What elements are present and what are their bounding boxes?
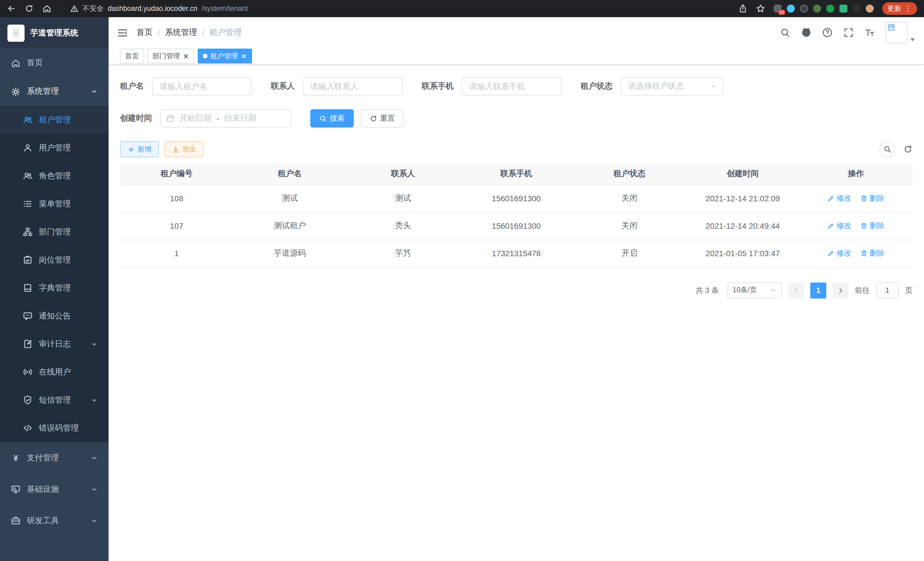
contact-input[interactable] [303,77,403,96]
cell-status: 开启 [573,240,686,267]
cell-mobile: 15601691300 [460,212,573,240]
search-icon[interactable] [780,27,790,38]
sidebar-item-menus[interactable]: 菜单管理 [0,190,109,218]
help-icon[interactable] [822,27,832,38]
sidebar-item-dev-tools[interactable]: 研发工具 [0,505,109,536]
sidebar-item-users[interactable]: 用户管理 [0,134,109,162]
share-icon[interactable] [738,4,747,13]
browser-menu-icon[interactable]: ⋮ [904,6,912,11]
avatar[interactable] [886,22,908,44]
sidebar-item-departments[interactable]: 部门管理 [0,218,109,246]
sidebar-item-home[interactable]: 首页 [0,49,109,77]
close-tab-icon[interactable] [241,53,247,59]
sidebar-item-audit-log[interactable]: 审计日志 [0,330,109,358]
delete-link[interactable]: 删除 [861,221,885,231]
chrome-update-button[interactable]: 更新 ⋮ [882,2,917,15]
filter-row-2: 创建时间 开始日期 - 结束日期 搜索 [120,109,913,128]
address-bar[interactable]: 不安全 dashboard.yudao.iocoder.cn/system/te… [70,4,248,14]
sidebar-collapse-icon[interactable] [117,27,128,38]
sidebar-item-sms[interactable]: 短信管理 [0,386,109,414]
table-header: 租户编号 租户名 联系人 联系手机 租户状态 创建时间 操作 [120,164,913,185]
reset-button[interactable]: 重置 [361,109,404,128]
github-icon[interactable] [801,27,812,38]
fullscreen-icon[interactable] [843,27,854,38]
filter-row-1: 租户名 联系人 联系手机 租户状态 请选择租户状态 [120,77,913,96]
refresh-table-icon[interactable] [903,145,913,154]
delete-link[interactable]: 删除 [861,248,885,259]
extension-icon[interactable] [826,5,834,13]
profile-avatar-icon[interactable] [866,5,874,13]
extension-icon[interactable] [787,5,795,13]
url-host[interactable]: dashboard.yudao.iocoder.cn [108,5,197,13]
rabbit-logo-icon [10,27,22,39]
status-select[interactable]: 请选择租户状态 [621,77,723,96]
breadcrumb-current: 租户管理 [210,27,242,38]
extension-icon[interactable] [853,5,861,13]
top-navbar: 首页 / 系统管理 / 租户管理 [109,17,924,48]
cell-status: 关闭 [573,185,686,212]
date-range-picker[interactable]: 开始日期 - 结束日期 [160,109,291,128]
close-tab-icon[interactable] [183,53,189,59]
extension-icon[interactable] [800,5,808,13]
extension-icon[interactable]: 10 [774,5,782,13]
code-icon [23,423,33,433]
filter-status: 租户状态 请选择租户状态 [580,77,723,96]
back-icon[interactable] [7,4,16,13]
edit-link[interactable]: 修改 [827,221,851,231]
sidebar-item-label: 支付管理 [27,453,59,463]
cell-contact: 秃头 [346,212,460,240]
export-button[interactable]: 导出 [165,141,203,157]
extension-icon[interactable] [813,5,821,13]
monitor-icon [11,484,21,494]
tenant-name-input[interactable] [152,77,252,96]
breadcrumb-system[interactable]: 系统管理 [165,27,197,38]
edit-label: 修改 [837,193,851,204]
col-contact: 联系人 [346,164,460,185]
prev-page-button[interactable] [788,282,804,298]
sidebar-item-label: 字典管理 [39,283,71,293]
goto-page-input[interactable] [876,282,899,298]
page-size-select[interactable]: 10条/页 [728,282,782,298]
audit-doc-icon [23,339,33,349]
sidebar-item-posts[interactable]: 岗位管理 [0,246,109,274]
sidebar-item-roles[interactable]: 角色管理 [0,162,109,190]
add-button[interactable]: 新增 [120,141,159,157]
search-icon [320,115,327,122]
mobile-input[interactable] [462,77,562,96]
bookmark-star-icon[interactable] [756,4,765,13]
sidebar-item-infrastructure[interactable]: 基础设施 [0,474,109,505]
sidebar-item-error-codes[interactable]: 错误码管理 [0,414,109,442]
tenant-table: 租户编号 租户名 联系人 联系手机 租户状态 创建时间 操作 108 测试 [120,164,913,267]
col-mobile: 联系手机 [460,164,573,185]
cell-created: 2021-12-14 20:49:44 [686,212,799,240]
tab-tenant[interactable]: 租户管理 [198,49,252,63]
sidebar-item-dictionary[interactable]: 字典管理 [0,274,109,302]
org-tree-icon [23,227,33,237]
sidebar-item-system[interactable]: 系统管理 [0,77,109,106]
sidebar-item-label: 系统管理 [27,86,59,97]
delete-link[interactable]: 删除 [861,193,885,204]
sidebar-item-label: 租户管理 [39,115,71,125]
security-label[interactable]: 不安全 [82,4,104,14]
edit-link[interactable]: 修改 [827,193,851,204]
show-search-button[interactable] [879,141,896,157]
font-size-icon[interactable] [865,27,875,38]
search-button[interactable]: 搜索 [310,109,354,128]
sidebar-item-online-users[interactable]: 在线用户 [0,358,109,386]
url-path[interactable]: /system/tenant [201,5,248,13]
user-avatar-menu[interactable] [886,22,915,44]
sidebar-item-notices[interactable]: 通知公告 [0,302,109,330]
page-number-button[interactable]: 1 [810,282,826,298]
tab-dept[interactable]: 部门管理 [147,49,194,63]
sidebar-item-tenant[interactable]: 租户管理 [0,106,109,134]
sidebar-item-payment[interactable]: ¥ 支付管理 [0,442,109,474]
home-icon[interactable] [42,4,51,13]
sidebar-item-label: 岗位管理 [39,255,71,265]
reload-icon[interactable] [25,4,34,13]
next-page-button[interactable] [832,282,849,298]
extension-icon[interactable] [839,5,848,13]
cell-tenant-id: 108 [120,185,233,212]
breadcrumb-home[interactable]: 首页 [136,27,153,38]
edit-link[interactable]: 修改 [827,248,851,259]
tab-home[interactable]: 首页 [120,49,144,63]
